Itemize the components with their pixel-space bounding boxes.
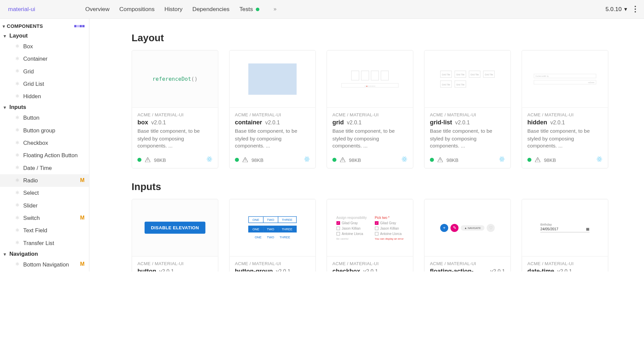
calendar-icon: ▦ bbox=[586, 227, 590, 231]
card-name: floating-action-button bbox=[430, 268, 487, 272]
warning-icon bbox=[437, 157, 443, 162]
chevron-down-icon: ▾ bbox=[3, 23, 5, 28]
sidebar-item[interactable]: ⚛Button bbox=[0, 112, 89, 124]
component-card[interactable]: +✎▲ NAVIGATE♡ACME / MATERIAL-UIfloating-… bbox=[424, 199, 511, 272]
card-name: grid-list bbox=[430, 119, 452, 126]
card-preview: +✎▲ NAVIGATE♡ bbox=[424, 199, 510, 257]
sidebar-item[interactable]: ⚛Grid List bbox=[0, 78, 89, 90]
card-breadcrumb: ACME / MATERIAL-UI bbox=[430, 261, 505, 266]
component-card[interactable]: ACME / MATERIAL-UIcontainerv2.0.1Base ti… bbox=[229, 50, 316, 168]
card-preview: DISABLE ELEVATION bbox=[132, 199, 218, 257]
component-card[interactable]: Birthday24/05/2017▦ACME / MATERIAL-UIdat… bbox=[522, 199, 608, 272]
sidebar-group[interactable]: ▾Navigation bbox=[0, 249, 89, 258]
card-name: button-group bbox=[235, 268, 273, 272]
tab-tests[interactable]: Tests bbox=[239, 6, 259, 12]
sidebar-item[interactable]: ⚛Box bbox=[0, 40, 89, 53]
svg-point-23 bbox=[501, 159, 502, 159]
card-version: v2.0.1 bbox=[151, 119, 166, 126]
sidebar-item[interactable]: ⚛RadioM bbox=[0, 174, 89, 187]
topbar: material-ui Overview Compositions Histor… bbox=[0, 0, 644, 19]
component-card[interactable]: Assign responsibilityGilad GrayJason Kil… bbox=[326, 199, 413, 272]
sidebar-item[interactable]: ⚛SwitchM bbox=[0, 212, 89, 224]
status-dot-icon bbox=[137, 158, 141, 162]
card-size: 98KB bbox=[446, 157, 459, 163]
svg-rect-19 bbox=[440, 161, 440, 161]
card-footer: 98KB bbox=[229, 153, 315, 168]
svg-rect-12 bbox=[342, 159, 343, 160]
card-name: container bbox=[235, 119, 262, 126]
chevron-down-icon: ▾ bbox=[4, 105, 6, 110]
sidebar-item[interactable]: ⚛Slider bbox=[0, 199, 89, 212]
sidebar-item[interactable]: ⚛Button group bbox=[0, 124, 89, 137]
view-grid-icon[interactable] bbox=[74, 25, 85, 27]
svg-rect-24 bbox=[537, 159, 538, 160]
chevron-down-icon: ▾ bbox=[624, 6, 627, 12]
card-version: v2.0.1 bbox=[455, 119, 470, 126]
status-dot-icon bbox=[527, 158, 531, 162]
card-preview: Birthday24/05/2017▦ bbox=[522, 199, 608, 257]
svg-rect-7 bbox=[245, 161, 246, 161]
card-breadcrumb: ACME / MATERIAL-UI bbox=[235, 261, 310, 266]
sidebar-item[interactable]: ⚛Breadcrumbs bbox=[0, 271, 89, 272]
modified-badge: M bbox=[80, 260, 85, 269]
svg-rect-6 bbox=[245, 159, 246, 160]
card-version: v2.0.1 bbox=[550, 119, 565, 126]
sidebar-item[interactable]: ⚛Date / Time bbox=[0, 162, 89, 174]
tab-history[interactable]: History bbox=[164, 6, 182, 12]
sidebar: ▾ COMPONENTS ▾Layout⚛Box⚛Container⚛Grid⚛… bbox=[0, 19, 90, 272]
status-dot-icon bbox=[256, 7, 259, 11]
tab-overview[interactable]: Overview bbox=[85, 6, 109, 12]
card-size: 98KB bbox=[544, 157, 556, 163]
sidebar-item[interactable]: ⚛Select bbox=[0, 187, 89, 199]
modified-badge: M bbox=[80, 176, 85, 185]
brand-link[interactable]: material-ui bbox=[8, 6, 35, 12]
component-icon: ⚛ bbox=[15, 214, 19, 222]
warning-icon bbox=[243, 157, 248, 162]
status-dot-icon bbox=[235, 158, 239, 162]
svg-point-5 bbox=[209, 159, 210, 159]
card-version: v2.0.1 bbox=[276, 268, 290, 272]
sidebar-item[interactable]: ⚛Hidden bbox=[0, 90, 89, 103]
sidebar-group[interactable]: ▾Inputs bbox=[0, 103, 89, 112]
status-dot-icon bbox=[332, 158, 336, 162]
component-icon: ⚛ bbox=[15, 152, 19, 159]
component-icon: ⚛ bbox=[15, 139, 19, 147]
card-description: Base title component, to be styled by co… bbox=[430, 127, 505, 150]
component-card[interactable]: referenceDot()ACME / MATERIAL-UIboxv2.0.… bbox=[131, 50, 218, 168]
sidebar-item[interactable]: ⚛Container bbox=[0, 53, 89, 65]
component-card[interactable]: ◦◦●◦◦◦◦◦◦◦◦◦◦ACME / MATERIAL-UIgridv2.0.… bbox=[326, 50, 413, 168]
card-breadcrumb: ACME / MATERIAL-UI bbox=[137, 112, 212, 117]
sidebar-item[interactable]: ⚛Checkbox bbox=[0, 137, 89, 149]
warning-icon bbox=[145, 157, 150, 162]
component-card[interactable]: DISABLE ELEVATIONACME / MATERIAL-UIbutto… bbox=[131, 199, 218, 272]
react-icon bbox=[499, 156, 505, 162]
component-icon: ⚛ bbox=[15, 227, 19, 234]
card-description: Base title component, to be styled by co… bbox=[527, 127, 602, 150]
component-icon: ⚛ bbox=[15, 239, 19, 247]
sidebar-item[interactable]: ⚛Transfer List bbox=[0, 237, 89, 249]
card-breadcrumb: ACME / MATERIAL-UI bbox=[527, 112, 602, 117]
sidebar-group[interactable]: ▾Layout bbox=[0, 31, 89, 40]
card-name: button bbox=[137, 268, 156, 272]
sidebar-item[interactable]: ⚛Text Field bbox=[0, 224, 89, 237]
sidebar-item[interactable]: ⚛Bottom NavigationM bbox=[0, 258, 89, 271]
tab-compositions[interactable]: Compositions bbox=[119, 6, 155, 12]
component-icon: ⚛ bbox=[15, 68, 19, 75]
sidebar-section-components[interactable]: ▾ COMPONENTS bbox=[0, 20, 89, 31]
card-name: date-time bbox=[527, 268, 554, 272]
section-title: Inputs bbox=[131, 181, 626, 193]
overflow-menu-button[interactable] bbox=[635, 6, 636, 12]
card-version: v2.0.1 bbox=[490, 268, 505, 272]
card-description: Base title component, to be styled by co… bbox=[137, 127, 212, 150]
more-tabs-icon[interactable]: » bbox=[273, 6, 276, 12]
sidebar-item[interactable]: ⚛Floating Action Button bbox=[0, 149, 89, 162]
version-selector[interactable]: 5.0.10 ▾ bbox=[605, 6, 628, 12]
sidebar-item[interactable]: ⚛Grid bbox=[0, 65, 89, 78]
component-card[interactable]: Grid TileGrid TileGrid TileGrid TileGrid… bbox=[424, 50, 511, 168]
card-preview: referenceDot() bbox=[132, 51, 218, 108]
component-card[interactable]: ONETWOTHREEONETWOTHREEONETWOTHREEACME / … bbox=[229, 199, 316, 272]
react-icon bbox=[596, 156, 602, 162]
card-size: 98KB bbox=[154, 157, 166, 163]
component-card[interactable]: Current width: lgxsDownACME / MATERIAL-U… bbox=[522, 50, 608, 168]
tab-dependencies[interactable]: Dependencies bbox=[192, 6, 229, 12]
